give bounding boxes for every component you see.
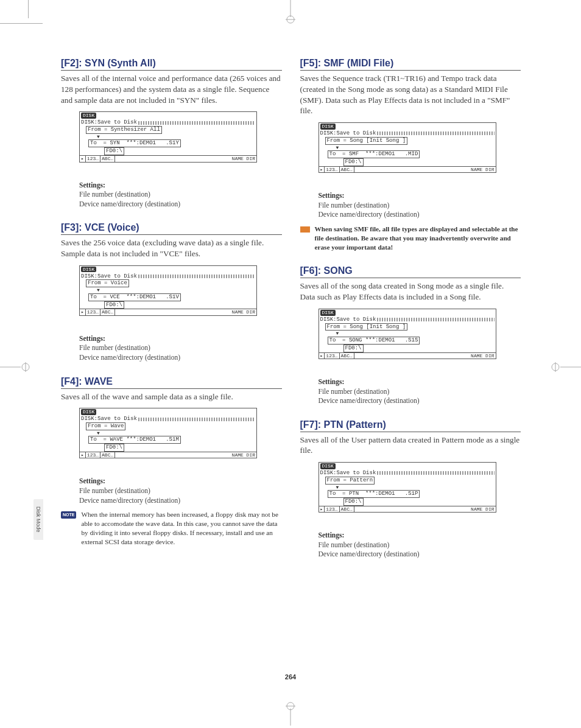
settings-line: File number (destination) xyxy=(319,387,521,397)
settings-line: Device name/directory (destination) xyxy=(79,200,282,209)
lcd-f7: DISK DISK:Save to Disk From = Pattern ▼ … xyxy=(319,462,496,513)
lcd-to: To = SYN ***:DEMO1 .S1Y xyxy=(88,139,181,147)
section-f7: [F7]: PTN (Pattern) Saves all of the Use… xyxy=(300,419,521,559)
lcd-f6: DISK DISK:Save to Disk From = Song [Init… xyxy=(319,309,496,359)
settings-line: Device name/directory (destination) xyxy=(319,396,521,406)
lcd-foot: ▸ xyxy=(80,156,86,162)
note-badge-icon: NOTE xyxy=(61,511,76,519)
settings-label: Settings: xyxy=(79,181,282,191)
lcd-foot: 123… xyxy=(86,156,100,162)
lcd-title: DISK:Save to Disk xyxy=(80,119,138,126)
lcd-f3: DISK DISK:Save to Disk From = Voice ▼ To… xyxy=(79,265,257,316)
settings-label: Settings: xyxy=(319,191,521,201)
heading-f7: [F7]: PTN (Pattern) xyxy=(300,419,521,432)
section-f6: [F6]: SONG Saves all of the song data cr… xyxy=(300,265,521,405)
settings-line: File number (destination) xyxy=(79,343,282,353)
right-column: [F5]: SMF (MIDI File) Saves the Sequence… xyxy=(300,58,521,573)
crop-mark-bottom-icon xyxy=(278,701,303,728)
lcd-foot-right: NAME DIR xyxy=(231,156,256,162)
side-tab: Disk Mode xyxy=(33,499,43,540)
corner-line xyxy=(0,23,43,24)
settings-line: File number (destination) xyxy=(79,486,282,496)
settings-line: File number (destination) xyxy=(319,541,521,550)
corner-line xyxy=(28,0,29,18)
warning-text: When saving SMF file, all file types are… xyxy=(315,225,521,252)
body-f5: Saves the Sequence track (TR1~TR16) and … xyxy=(300,73,521,116)
arrow-down-icon: ▼ xyxy=(80,134,256,140)
settings-label: Settings: xyxy=(319,377,521,387)
section-f3: [F3]: VCE (Voice) Saves the 256 voice da… xyxy=(61,222,282,362)
arrow-down-icon: ▼ xyxy=(80,430,256,436)
settings-line: File number (destination) xyxy=(79,190,282,200)
left-column: [F2]: SYN (Synth All) Saves all of the i… xyxy=(61,58,282,573)
crop-mark-right-icon xyxy=(551,361,581,376)
section-f2: [F2]: SYN (Synth All) Saves all of the i… xyxy=(61,58,282,209)
note-text: When the internal memory has been increa… xyxy=(81,510,281,547)
heading-f6: [F6]: SONG xyxy=(300,265,521,278)
page-number: 264 xyxy=(0,673,581,681)
lcd-foot: ABC… xyxy=(100,156,115,162)
lcd-fd: FD0:\ xyxy=(104,147,124,155)
warning-icon xyxy=(300,226,310,233)
body-f7: Saves all of the User pattern data creat… xyxy=(300,435,521,457)
body-f4: Saves all of the wave and sample data as… xyxy=(61,391,282,402)
settings-label: Settings: xyxy=(79,477,282,486)
settings-line: Device name/directory (destination) xyxy=(319,550,521,559)
lcd-f2: DISK DISK:Save to Disk From = Synthesize… xyxy=(79,111,257,162)
section-f5: [F5]: SMF (MIDI File) Saves the Sequence… xyxy=(300,58,521,252)
settings-line: Device name/directory (destination) xyxy=(79,353,282,363)
heading-f5: [F5]: SMF (MIDI File) xyxy=(300,58,521,71)
settings-label: Settings: xyxy=(319,531,521,541)
section-f4: [F4]: WAVE Saves all of the wave and sam… xyxy=(61,376,282,547)
settings-line: File number (destination) xyxy=(319,201,521,211)
heading-f3: [F3]: VCE (Voice) xyxy=(61,222,282,235)
heading-f4: [F4]: WAVE xyxy=(61,376,282,389)
arrow-down-icon: ▼ xyxy=(319,331,496,337)
lcd-f5: DISK DISK:Save to Disk From = Song [Init… xyxy=(319,122,496,173)
settings-line: Device name/directory (destination) xyxy=(319,210,521,220)
arrow-down-icon: ▼ xyxy=(319,145,496,151)
body-f2: Saves all of the internal voice and perf… xyxy=(61,73,282,105)
body-f6: Saves all of the song data created in So… xyxy=(300,281,521,303)
arrow-down-icon: ▼ xyxy=(319,485,496,491)
heading-f2: [F2]: SYN (Synth All) xyxy=(61,58,282,71)
lcd-tab: DISK xyxy=(81,113,96,119)
lcd-from: From = Synthesizer All xyxy=(86,126,162,134)
settings-label: Settings: xyxy=(79,334,282,344)
arrow-down-icon: ▼ xyxy=(80,287,256,293)
settings-line: Device name/directory (destination) xyxy=(79,496,282,506)
crop-mark-top-icon xyxy=(278,0,303,27)
body-f3: Saves the 256 voice data (excluding wave… xyxy=(61,237,282,259)
crop-mark-left-icon xyxy=(0,361,30,376)
lcd-f4: DISK DISK:Save to Disk From = Wave ▼ To … xyxy=(79,408,257,458)
